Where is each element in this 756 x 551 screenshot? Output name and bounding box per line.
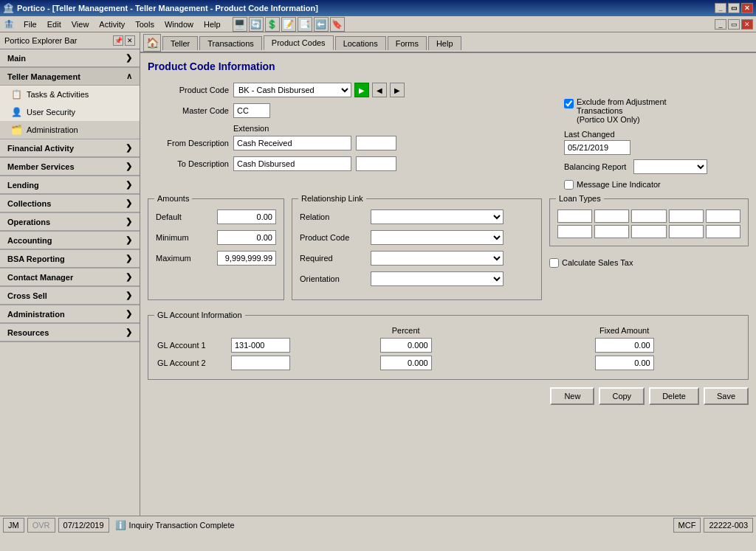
loan-type-2[interactable] bbox=[594, 209, 629, 223]
required-select[interactable] bbox=[371, 251, 504, 266]
menu-activity[interactable]: Activity bbox=[94, 18, 129, 30]
sidebar-section-accounting-header[interactable]: Accounting ❯ bbox=[0, 232, 140, 249]
sidebar-section-resources-header[interactable]: Resources ❯ bbox=[0, 324, 140, 342]
sidebar-section-collections-header[interactable]: Collections ❯ bbox=[0, 195, 140, 212]
inner-restore[interactable]: ▭ bbox=[728, 19, 740, 30]
orientation-select[interactable] bbox=[371, 271, 504, 286]
menu-view[interactable]: View bbox=[67, 18, 94, 30]
gl-account-1-input[interactable] bbox=[231, 338, 290, 353]
to-desc-input[interactable] bbox=[233, 156, 351, 171]
maximum-input[interactable] bbox=[217, 251, 276, 266]
loan-type-1[interactable] bbox=[557, 209, 592, 223]
menu-edit[interactable]: Edit bbox=[43, 18, 66, 30]
loan-type-4[interactable] bbox=[669, 209, 704, 223]
sidebar-item-administration-teller[interactable]: 🗂️ Administration bbox=[0, 121, 140, 139]
loan-type-6[interactable] bbox=[557, 225, 592, 238]
minimize-button[interactable]: _ bbox=[715, 3, 726, 13]
loan-type-3[interactable] bbox=[631, 209, 666, 223]
relationship-link-title: Relationship Link bbox=[298, 194, 366, 203]
from-desc-ext-input[interactable] bbox=[356, 136, 396, 150]
sidebar-close[interactable]: ✕ bbox=[125, 35, 135, 46]
gl-account-2-input[interactable] bbox=[231, 356, 290, 370]
gl-account-2-fixed[interactable] bbox=[595, 356, 654, 370]
sidebar-section-crosssell-header[interactable]: Cross Sell ❯ bbox=[0, 287, 140, 305]
tab-teller[interactable]: Teller bbox=[162, 36, 198, 50]
sidebar-section-contact-header[interactable]: Contact Manager ❯ bbox=[0, 268, 140, 286]
last-changed-label: Last Changed bbox=[564, 130, 749, 139]
sidebar-section-teller-label: Teller Management bbox=[7, 72, 80, 81]
copy-button[interactable]: Copy bbox=[599, 387, 645, 405]
menu-help[interactable]: Help bbox=[199, 18, 225, 30]
default-input[interactable] bbox=[217, 209, 276, 224]
tab-transactions[interactable]: Transactions bbox=[199, 36, 262, 50]
toolbar-icon-1[interactable]: 🖥️ bbox=[233, 17, 247, 32]
balancing-report-select[interactable] bbox=[633, 159, 707, 174]
sidebar-section-operations-header[interactable]: Operations ❯ bbox=[0, 213, 140, 231]
chevron-down-icon-9: ❯ bbox=[126, 272, 132, 282]
restore-button[interactable]: ▭ bbox=[728, 3, 740, 13]
toolbar-icon-5[interactable]: 📑 bbox=[298, 17, 312, 32]
inner-close[interactable]: ✕ bbox=[741, 19, 753, 30]
close-button[interactable]: ✕ bbox=[741, 3, 753, 13]
loan-type-10[interactable] bbox=[706, 225, 740, 238]
tab-product-codes[interactable]: Product Codes bbox=[264, 35, 334, 50]
rl-product-code-select[interactable] bbox=[371, 230, 504, 245]
product-code-prev-button[interactable]: ◀ bbox=[372, 83, 387, 97]
tab-help[interactable]: Help bbox=[428, 36, 461, 50]
sidebar-item-tasks[interactable]: 📋 Tasks & Activities bbox=[0, 86, 140, 103]
tab-locations[interactable]: Locations bbox=[335, 36, 386, 50]
chevron-down-icon-12: ❯ bbox=[126, 328, 132, 337]
orientation-row: Orientation bbox=[300, 271, 534, 286]
product-code-go-button[interactable]: ▶ bbox=[354, 83, 369, 97]
product-code-row: Product Code BK - Cash Disbursed ▶ ◀ ▶ bbox=[148, 83, 549, 97]
product-code-next-button[interactable]: ▶ bbox=[390, 83, 405, 97]
sidebar-section-lending-header[interactable]: Lending ❯ bbox=[0, 176, 140, 194]
sidebar-section-financial-header[interactable]: Financial Activity ❯ bbox=[0, 139, 140, 157]
toolbar-icon-3[interactable]: 💲 bbox=[265, 17, 280, 32]
save-button[interactable]: Save bbox=[704, 387, 749, 405]
exclude-checkbox[interactable] bbox=[564, 99, 574, 108]
product-code-select[interactable]: BK - Cash Disbursed bbox=[233, 83, 351, 97]
inner-minimize[interactable]: _ bbox=[715, 19, 726, 30]
delete-button[interactable]: Delete bbox=[649, 387, 699, 405]
sidebar-section-admin-header[interactable]: Administration ❯ bbox=[0, 305, 140, 323]
from-desc-input[interactable] bbox=[233, 136, 351, 150]
gl-account-1-percent[interactable] bbox=[380, 338, 432, 353]
calculate-sales-tax-checkbox[interactable] bbox=[549, 258, 559, 268]
sidebar-pin[interactable]: 📌 bbox=[113, 35, 123, 46]
new-button[interactable]: New bbox=[550, 387, 594, 405]
sidebar-section-main-header[interactable]: Main ❯ bbox=[0, 49, 140, 67]
sidebar-item-user-security[interactable]: 👤 User Security bbox=[0, 103, 140, 121]
sidebar-section-crosssell: Cross Sell ❯ bbox=[0, 287, 140, 305]
loan-type-5[interactable] bbox=[706, 209, 740, 223]
loan-type-9[interactable] bbox=[669, 225, 704, 238]
master-code-row: Master Code bbox=[148, 103, 549, 118]
loan-type-7[interactable] bbox=[594, 225, 629, 238]
toolbar-icon-2[interactable]: 🔄 bbox=[249, 17, 264, 32]
chevron-down-icon-4: ❯ bbox=[126, 180, 132, 190]
gl-account-2-percent[interactable] bbox=[380, 356, 432, 370]
percent-header: Percent bbox=[303, 326, 508, 336]
tab-forms[interactable]: Forms bbox=[388, 36, 427, 50]
toolbar-icon-6[interactable]: ⬅️ bbox=[314, 17, 329, 32]
toolbar-icon-7[interactable]: 🔖 bbox=[330, 17, 345, 32]
gl-account-1-fixed[interactable] bbox=[595, 338, 654, 353]
menu-file[interactable]: File bbox=[19, 18, 41, 30]
to-desc-ext-input[interactable] bbox=[356, 156, 396, 171]
tab-home-icon[interactable]: 🏠 bbox=[143, 34, 161, 52]
sidebar-section-member-header[interactable]: Member Services ❯ bbox=[0, 158, 140, 176]
status-message-area: ℹ️ Inquiry Transaction Complete bbox=[115, 520, 667, 530]
status-date: 07/12/2019 bbox=[58, 518, 109, 533]
message-line-checkbox[interactable] bbox=[564, 180, 574, 190]
master-code-input[interactable] bbox=[233, 103, 270, 118]
status-code: 22222-003 bbox=[704, 518, 753, 533]
relation-select[interactable] bbox=[371, 209, 504, 224]
loan-type-8[interactable] bbox=[631, 225, 666, 238]
menu-window[interactable]: Window bbox=[160, 18, 198, 30]
sidebar-section-teller-header[interactable]: Teller Management ∧ bbox=[0, 68, 140, 86]
menu-tools[interactable]: Tools bbox=[131, 18, 159, 30]
sidebar-section-bsa-header[interactable]: BSA Reporting ❯ bbox=[0, 250, 140, 268]
chevron-down-icon-10: ❯ bbox=[126, 291, 132, 300]
toolbar-icon-4[interactable]: 📝 bbox=[281, 17, 296, 32]
minimum-input[interactable] bbox=[217, 230, 276, 245]
